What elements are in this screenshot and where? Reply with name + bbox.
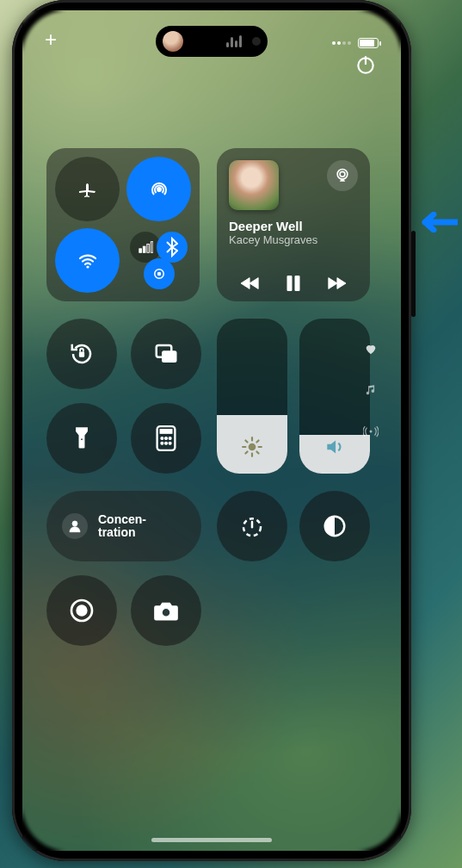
cellular-signal-icon — [332, 41, 351, 45]
flashlight-button[interactable] — [46, 403, 117, 474]
now-playing-module[interactable]: Deeper Well Kacey Musgraves — [217, 148, 370, 301]
svg-point-3 — [86, 265, 89, 268]
svg-point-21 — [165, 437, 168, 440]
music-note-icon[interactable] — [363, 382, 379, 398]
previous-track-icon — [241, 276, 260, 290]
pause-icon — [286, 276, 300, 291]
svg-rect-12 — [287, 276, 292, 291]
personal-hotspot-button[interactable] — [144, 258, 175, 289]
dark-mode-icon — [322, 513, 348, 539]
brightness-slider[interactable] — [217, 319, 287, 474]
person-icon — [62, 513, 88, 539]
svg-rect-5 — [143, 246, 145, 252]
airdrop-icon — [149, 179, 169, 200]
airplay-button[interactable] — [327, 160, 358, 191]
screen-mirroring-button[interactable] — [131, 319, 201, 389]
heart-icon[interactable] — [363, 341, 379, 356]
phone-frame: + — [12, 0, 411, 861]
svg-rect-19 — [160, 430, 172, 434]
svg-point-24 — [165, 442, 168, 444]
focus-button[interactable]: Concen- tration — [46, 491, 201, 561]
camera-icon — [153, 599, 179, 622]
svg-line-32 — [256, 451, 258, 453]
track-artist: Kacey Musgraves — [229, 233, 358, 246]
svg-point-41 — [77, 605, 87, 616]
rotation-lock-button[interactable] — [46, 319, 117, 389]
screen-record-icon — [68, 597, 95, 624]
svg-point-23 — [161, 442, 163, 444]
flashlight-icon — [71, 425, 92, 451]
airplay-icon — [334, 167, 351, 184]
airplane-mode-button[interactable] — [55, 157, 120, 221]
personal-hotspot-icon — [151, 264, 167, 284]
side-button-hardware — [411, 231, 416, 317]
svg-point-20 — [161, 437, 163, 440]
previous-track-button[interactable] — [237, 274, 263, 293]
annotation-arrow — [415, 212, 458, 232]
calculator-button[interactable] — [131, 403, 201, 474]
brightness-icon — [241, 436, 263, 462]
screen-record-button[interactable] — [46, 575, 117, 646]
timer-button[interactable] — [217, 491, 287, 561]
svg-point-35 — [370, 431, 373, 433]
add-control-button[interactable]: + — [45, 26, 57, 60]
now-playing-avatar — [163, 31, 183, 52]
svg-point-42 — [162, 608, 170, 617]
airplane-icon — [77, 179, 98, 200]
svg-rect-14 — [79, 352, 84, 357]
wifi-button[interactable] — [55, 228, 120, 293]
album-art — [229, 160, 279, 210]
power-menu-button[interactable] — [354, 53, 377, 76]
svg-rect-16 — [162, 350, 177, 363]
svg-point-22 — [169, 437, 171, 440]
svg-point-2 — [157, 187, 162, 192]
svg-line-34 — [256, 440, 258, 442]
wifi-icon — [77, 251, 98, 271]
connectivity-module[interactable] — [46, 148, 200, 301]
svg-point-25 — [169, 442, 171, 444]
bluetooth-icon — [166, 237, 178, 257]
track-title: Deeper Well — [229, 219, 358, 233]
audio-waveform-icon — [226, 35, 242, 47]
cellular-icon — [138, 237, 153, 257]
screen-mirror-icon — [153, 341, 179, 367]
calculator-icon — [155, 425, 177, 451]
svg-line-31 — [245, 440, 247, 442]
svg-point-36 — [72, 521, 77, 526]
next-track-icon — [327, 276, 346, 290]
screen: + — [22, 10, 401, 851]
home-indicator[interactable] — [151, 838, 272, 842]
battery-icon — [358, 38, 379, 48]
svg-point-26 — [249, 443, 256, 451]
rotation-lock-icon — [69, 341, 95, 367]
svg-point-11 — [340, 171, 345, 177]
radio-waves-icon[interactable] — [363, 424, 379, 439]
focus-label: Concen- tration — [98, 513, 146, 538]
svg-rect-7 — [151, 242, 153, 253]
svg-point-10 — [337, 170, 348, 180]
svg-rect-6 — [147, 244, 150, 252]
dark-mode-button[interactable] — [299, 491, 370, 561]
camera-button[interactable] — [131, 575, 201, 646]
connectivity-more-button[interactable] — [126, 228, 191, 293]
next-track-button[interactable] — [323, 274, 349, 293]
timer-icon — [239, 513, 265, 539]
volume-icon — [323, 436, 346, 462]
play-pause-button[interactable] — [280, 274, 306, 293]
svg-point-9 — [157, 272, 161, 276]
airdrop-button[interactable] — [126, 157, 191, 221]
svg-line-33 — [245, 451, 247, 453]
volume-slider[interactable] — [299, 319, 370, 474]
svg-rect-4 — [139, 249, 142, 253]
page-indicators[interactable] — [363, 341, 379, 439]
svg-rect-13 — [295, 276, 299, 291]
svg-point-17 — [81, 438, 83, 441]
dynamic-island[interactable] — [156, 26, 268, 57]
front-camera — [252, 37, 261, 46]
